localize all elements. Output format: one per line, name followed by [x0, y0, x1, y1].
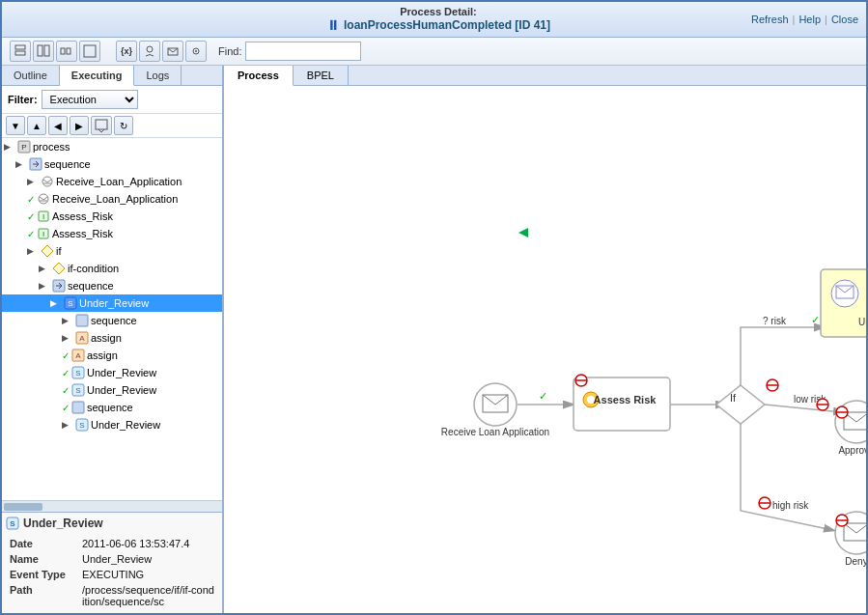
- main-window: Process Detail: ⏸ loanProcessHumanComple…: [0, 0, 868, 615]
- tree-item-assess1[interactable]: ✓ I Assess_Risk: [2, 208, 222, 225]
- settings-button[interactable]: [185, 41, 207, 62]
- arrow-icon: ▶: [4, 142, 15, 152]
- tree-item-receive1[interactable]: ▶ Receive_Loan_Application: [2, 173, 222, 190]
- refresh-button[interactable]: Refresh: [751, 14, 789, 25]
- titlebar-actions: Refresh | Help | Close: [751, 14, 858, 25]
- arrow-icon: ▶: [27, 177, 39, 186]
- props-key-path: Path: [6, 582, 78, 609]
- find-input[interactable]: [245, 42, 361, 61]
- tree-item-process[interactable]: ▶ P process: [2, 138, 222, 155]
- user-button[interactable]: [139, 41, 160, 62]
- assign-icon2: A: [71, 349, 85, 362]
- arrow-icon: ▶: [15, 159, 27, 169]
- layout-single-row-button[interactable]: [56, 41, 77, 62]
- tree-item-sequence2[interactable]: ▶ sequence: [2, 277, 222, 294]
- if-icon: [41, 244, 54, 258]
- tree-item-if[interactable]: ▶ if: [2, 242, 222, 260]
- tree-label-assess1: Assess_Risk: [52, 210, 113, 222]
- diagram-canvas[interactable]: Receive Loan Application ✓ Assess Risk: [224, 86, 866, 613]
- under-review-label: Under Review: [858, 317, 866, 327]
- tree-item-assess2[interactable]: ✓ I Assess_Risk: [2, 225, 222, 242]
- tree-expand-up-button[interactable]: ▲: [27, 116, 46, 135]
- tree-item-sequence4[interactable]: ✓ sequence: [2, 399, 222, 416]
- svg-point-15: [42, 177, 52, 186]
- tab-process[interactable]: Process: [224, 66, 294, 86]
- function-buttons: {x}: [116, 41, 207, 62]
- tree-label-seq1: sequence: [44, 158, 91, 170]
- invoke-icon: I: [37, 210, 50, 223]
- tab-bpel[interactable]: BPEL: [294, 66, 349, 85]
- help-button[interactable]: Help: [798, 14, 821, 25]
- tree-item-under-review2[interactable]: ✓ S Under_Review: [2, 364, 222, 381]
- tab-logs[interactable]: Logs: [134, 66, 182, 85]
- variables-button[interactable]: {x}: [116, 41, 137, 62]
- svg-text:S: S: [10, 519, 15, 528]
- tree-label-process: process: [33, 141, 70, 153]
- scope-icon-selected: S: [64, 296, 77, 310]
- check-icon: ✓: [27, 211, 35, 222]
- tree-item-sequence3[interactable]: ▶ sequence: [2, 312, 222, 329]
- svg-text:S: S: [75, 369, 80, 377]
- svg-rect-5: [67, 48, 70, 54]
- filter-select[interactable]: Execution All None: [42, 90, 138, 109]
- close-button[interactable]: Close: [831, 14, 858, 25]
- scope-icon3: S: [71, 383, 85, 397]
- properties-panel: S Under_Review Date 2011-06-06 13:53:47.…: [2, 512, 222, 613]
- tree-item-assign1[interactable]: ▶ A assign: [2, 329, 222, 347]
- deny-label: Deny: [845, 556, 866, 567]
- tree-label-seq2: sequence: [68, 280, 114, 292]
- arrow-icon: ▶: [62, 316, 73, 325]
- tree-item-under-review3[interactable]: ✓ S Under_Review: [2, 381, 222, 399]
- check-icon3: ✓: [62, 368, 70, 378]
- props-row-eventtype: Event Type EXECUTING: [6, 567, 218, 582]
- tree-label-recv1: Receive_Loan_Application: [56, 176, 182, 187]
- tree-collapse-button[interactable]: ◀: [48, 116, 68, 135]
- assign-icon: A: [75, 331, 89, 345]
- tab-outline[interactable]: Outline: [2, 66, 60, 85]
- props-key-name: Name: [6, 551, 78, 567]
- tree-expand-down-button[interactable]: ▼: [6, 116, 25, 135]
- diagram-tabs: Process BPEL: [224, 66, 866, 86]
- tab-executing[interactable]: Executing: [60, 66, 135, 86]
- tree-item-assign2[interactable]: ✓ A assign: [2, 347, 222, 364]
- arrow-icon: ▶: [27, 246, 39, 256]
- tree-hscrollbar[interactable]: [2, 500, 222, 512]
- arrow-icon: ▶: [62, 333, 73, 343]
- content-area: Outline Executing Logs Filter: Execution…: [2, 66, 866, 613]
- high-risk-label: high risk: [772, 500, 809, 511]
- props-value-path: /process/sequence/if/if-condition/sequen…: [78, 582, 218, 609]
- props-value-date: 2011-06-06 13:53:47.4: [78, 536, 218, 551]
- tree-item-under-review4[interactable]: ▶ S Under_Review: [2, 416, 222, 433]
- find-label: Find:: [218, 45, 241, 57]
- invoke-icon2: I: [37, 227, 50, 240]
- layout-double-col-button[interactable]: [33, 41, 54, 62]
- props-value-name: Under_Review: [78, 551, 218, 567]
- titlebar-center: Process Detail: ⏸ loanProcessHumanComple…: [326, 6, 550, 33]
- if-cond-icon: [52, 262, 66, 275]
- tree-label-under-review2: Under_Review: [87, 367, 156, 378]
- toolbar: {x} Find:: [2, 38, 866, 66]
- tree-refresh-button[interactable]: ↻: [114, 116, 133, 135]
- tree-item-if-condition[interactable]: ▶ if-condition: [2, 260, 222, 277]
- layout-free-button[interactable]: [79, 41, 100, 62]
- arrow-icon: ▶: [39, 281, 50, 291]
- tree-expand-button[interactable]: ▶: [70, 116, 89, 135]
- tree-item-receive2[interactable]: ✓ Receive_Loan_Application: [2, 190, 222, 208]
- tree-item-under-review-selected[interactable]: ▶ S Under_Review: [2, 294, 222, 312]
- hscroll-thumb[interactable]: [4, 503, 42, 511]
- process-id-label: ⏸ loanProcessHumanCompleted [ID 41]: [326, 17, 550, 33]
- filter-bar: Filter: Execution All None: [2, 86, 222, 114]
- props-key-eventtype: Event Type: [6, 567, 78, 582]
- props-row-name: Name Under_Review: [6, 551, 218, 567]
- svg-text:A: A: [79, 334, 85, 343]
- email-button[interactable]: [162, 41, 183, 62]
- layout-single-col-button[interactable]: [10, 41, 31, 62]
- tree-item-sequence1[interactable]: ▶ sequence: [2, 155, 222, 173]
- if-gateway-node[interactable]: [716, 385, 765, 424]
- scope-props-icon: S: [6, 517, 19, 530]
- svg-rect-1: [15, 51, 25, 55]
- props-title: S Under_Review: [6, 517, 218, 530]
- process-tree[interactable]: ▶ P process ▶ sequence ▶ Receiv: [2, 138, 222, 500]
- tree-export-button[interactable]: [91, 116, 112, 135]
- svg-point-17: [39, 194, 48, 204]
